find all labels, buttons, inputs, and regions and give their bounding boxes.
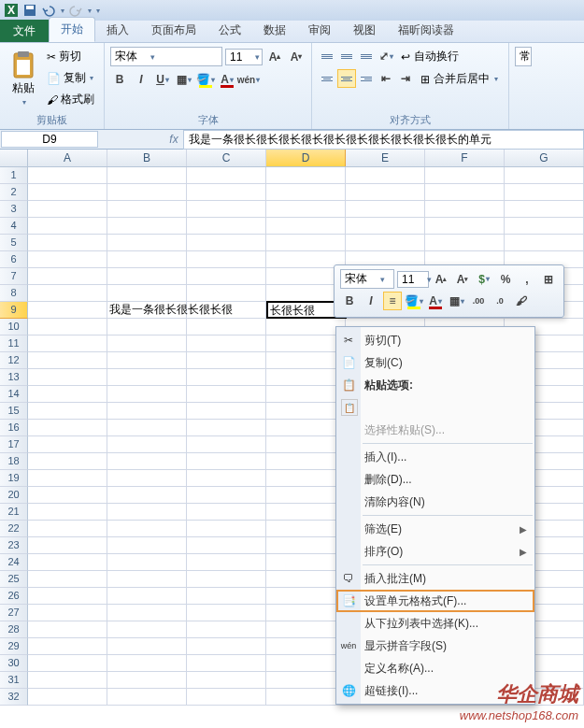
align-middle-icon[interactable]: [337, 47, 356, 65]
cell[interactable]: [107, 672, 187, 689]
cell[interactable]: [266, 403, 346, 420]
cell[interactable]: [187, 403, 266, 420]
row-header[interactable]: 18: [0, 453, 28, 470]
cell[interactable]: [266, 235, 346, 251]
cell[interactable]: [187, 621, 266, 638]
cell[interactable]: [187, 386, 266, 403]
italic-button[interactable]: I: [132, 70, 150, 89]
cell[interactable]: [28, 605, 107, 621]
cell[interactable]: [28, 352, 107, 369]
col-header-d[interactable]: D: [266, 150, 346, 166]
redo-icon[interactable]: [68, 3, 83, 18]
cell[interactable]: [28, 436, 107, 453]
col-header-f[interactable]: F: [425, 150, 505, 166]
cell[interactable]: [28, 453, 107, 470]
cell[interactable]: [107, 689, 187, 706]
col-header-e[interactable]: E: [346, 150, 425, 166]
row-header[interactable]: 17: [0, 436, 28, 453]
row-header[interactable]: 20: [0, 487, 28, 504]
paste-button[interactable]: 粘贴 ▾: [6, 47, 41, 110]
row-header[interactable]: 12: [0, 352, 28, 369]
menu-cut[interactable]: ✂剪切(T): [336, 329, 534, 351]
copy-button[interactable]: 📄复制▾: [43, 68, 98, 88]
row-header[interactable]: 5: [0, 235, 28, 251]
cell[interactable]: [107, 638, 187, 655]
cell[interactable]: [187, 184, 266, 201]
increase-font-icon[interactable]: A▴: [265, 48, 284, 66]
cell[interactable]: [266, 638, 346, 655]
underline-button[interactable]: U▾: [153, 70, 172, 89]
cell[interactable]: [28, 218, 107, 235]
mini-painter[interactable]: 🖌: [512, 292, 531, 310]
number-format-combo[interactable]: 常: [515, 47, 532, 66]
cell[interactable]: [107, 504, 187, 521]
row-header[interactable]: 7: [0, 268, 28, 285]
cell[interactable]: [28, 167, 107, 184]
cell[interactable]: [28, 504, 107, 521]
cell[interactable]: [266, 386, 346, 403]
cut-button[interactable]: ✂剪切: [43, 47, 98, 66]
cell[interactable]: [28, 235, 107, 251]
menu-filter[interactable]: 筛选(E)▶: [336, 518, 534, 540]
cell[interactable]: [425, 184, 505, 201]
cell[interactable]: [425, 235, 505, 251]
row-header[interactable]: 8: [0, 285, 28, 302]
cell[interactable]: [107, 621, 187, 638]
cell[interactable]: [28, 689, 107, 706]
row-header[interactable]: 3: [0, 201, 28, 218]
cell[interactable]: [28, 621, 107, 638]
cell[interactable]: [187, 352, 266, 369]
align-left-icon[interactable]: [318, 69, 336, 88]
cell[interactable]: [107, 537, 187, 554]
col-header-b[interactable]: B: [107, 150, 187, 166]
row-header[interactable]: 23: [0, 537, 28, 554]
menu-insert-comment[interactable]: 🗨插入批注(M): [336, 567, 534, 590]
cell[interactable]: [28, 470, 107, 487]
row-header[interactable]: 30: [0, 655, 28, 672]
mini-inc-decimal[interactable]: .00: [469, 292, 488, 310]
row-header[interactable]: 14: [0, 386, 28, 403]
undo-icon[interactable]: [41, 3, 56, 18]
cell[interactable]: [28, 403, 107, 420]
row-header[interactable]: 28: [0, 621, 28, 638]
mini-merge[interactable]: ⊞: [539, 270, 558, 289]
col-header-c[interactable]: C: [187, 150, 266, 166]
cell[interactable]: [187, 335, 266, 352]
row-header[interactable]: 2: [0, 184, 28, 201]
cell[interactable]: [28, 487, 107, 504]
mini-dec-decimal[interactable]: .0: [491, 292, 509, 310]
cell[interactable]: [28, 571, 107, 588]
cell[interactable]: [28, 369, 107, 386]
cell[interactable]: [187, 420, 266, 436]
tab-home[interactable]: 开始: [49, 17, 95, 42]
row-header[interactable]: 31: [0, 672, 28, 689]
cell[interactable]: [505, 218, 584, 235]
mini-percent[interactable]: %: [496, 270, 515, 289]
font-size-combo[interactable]: 11▾: [225, 49, 263, 65]
mini-border[interactable]: ▦▾: [448, 292, 466, 310]
cell[interactable]: [107, 201, 187, 218]
cell[interactable]: [266, 504, 346, 521]
cell[interactable]: [187, 470, 266, 487]
cell[interactable]: [187, 554, 266, 571]
cell[interactable]: [266, 335, 346, 352]
align-bottom-icon[interactable]: [357, 47, 376, 65]
cell[interactable]: [266, 436, 346, 453]
cell[interactable]: [107, 235, 187, 251]
increase-indent-icon[interactable]: ⇥: [396, 69, 415, 88]
tab-foxit[interactable]: 福昕阅读器: [387, 19, 465, 42]
menu-insert[interactable]: 插入(I)...: [336, 446, 534, 468]
cell[interactable]: [266, 420, 346, 436]
cell[interactable]: [346, 235, 425, 251]
row-header[interactable]: 29: [0, 638, 28, 655]
cell[interactable]: [346, 201, 425, 218]
menu-clear[interactable]: 清除内容(N): [336, 491, 534, 513]
cell[interactable]: [187, 218, 266, 235]
merge-center-button[interactable]: ⊞合并后居中▾: [416, 69, 503, 89]
row-header[interactable]: 21: [0, 504, 28, 521]
cell[interactable]: [266, 521, 346, 537]
mini-increase-font[interactable]: A▴: [432, 270, 450, 289]
cell[interactable]: [187, 201, 266, 218]
menu-format-cells[interactable]: 📑设置单元格格式(F)...: [336, 590, 534, 612]
cell[interactable]: [107, 386, 187, 403]
